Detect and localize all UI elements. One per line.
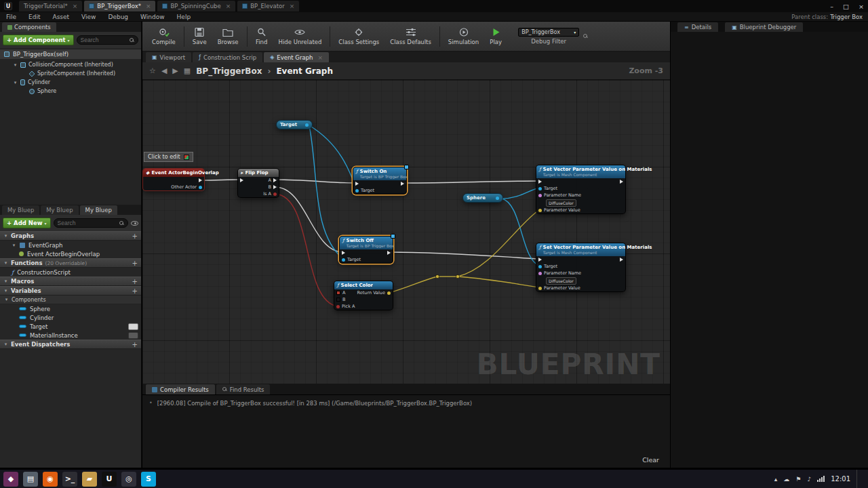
node-select-color[interactable]: ƒSelect ColorAReturn ValueBPick A <box>334 281 393 310</box>
taskbar-icon-skype[interactable]: S <box>141 472 156 487</box>
list-item-constructionscript[interactable]: ƒConstructionScript <box>0 268 141 277</box>
menu-file[interactable]: File <box>0 12 22 22</box>
menu-view[interactable]: View <box>75 12 102 22</box>
comment-node[interactable]: Click to edit <box>144 152 193 162</box>
add-icon[interactable]: + <box>132 278 138 285</box>
node-sphere-get[interactable]: Sphere <box>462 193 503 203</box>
expander-icon[interactable]: ▾ <box>13 62 18 68</box>
exec-pin[interactable] <box>538 258 542 262</box>
window-tab-bp-triggerbox[interactable]: BP_TriggerBox* × <box>84 1 155 12</box>
menu-asset[interactable]: Asset <box>47 12 76 22</box>
menu-help[interactable]: Help <box>171 12 197 22</box>
visibility-filter-icon[interactable] <box>131 221 138 226</box>
component-tree-row[interactable]: SpriteComponent (Inherited) <box>0 69 141 78</box>
tab-details[interactable]: ≡ Details <box>677 22 718 32</box>
tab-viewport[interactable]: ▣ Viewport <box>146 52 191 62</box>
parameter-name-pin[interactable] <box>538 194 542 197</box>
exec-pin[interactable] <box>342 251 345 255</box>
close-icon[interactable]: × <box>290 3 295 9</box>
simulation-button[interactable]: Simulation <box>443 23 484 50</box>
return-value-pin[interactable] <box>387 291 391 295</box>
add-icon[interactable]: + <box>132 341 138 348</box>
close-icon[interactable]: × <box>73 3 78 9</box>
taskbar-icon-firefox[interactable]: ◉ <box>43 472 58 487</box>
section-header-macros[interactable]: ▾Macros+ <box>0 277 141 286</box>
close-icon[interactable]: × <box>317 54 323 61</box>
class-settings-button[interactable]: Class Settings <box>333 23 384 50</box>
section-header-functions[interactable]: ▾Functions(20 Overridable)+ <box>0 258 141 268</box>
browse-button[interactable]: Browse <box>212 23 244 50</box>
other-actor-pin[interactable] <box>199 186 202 189</box>
b-pin[interactable] <box>273 185 277 189</box>
parameter-value-pin[interactable] <box>538 209 542 212</box>
node-switch-off[interactable]: ƒSwitch OffTarget is BP Trigger BoxTarge… <box>339 236 393 264</box>
components-search-input[interactable] <box>81 37 127 43</box>
tab-event-graph[interactable]: ◈ Event Graph × <box>264 52 329 62</box>
target-pin[interactable] <box>538 187 542 190</box>
parameter-value-pin[interactable] <box>538 287 542 290</box>
debug-object-dropdown[interactable]: BP_TriggerBox ▾ <box>518 28 579 37</box>
add-component-button[interactable]: + Add Component ▾ <box>3 35 74 45</box>
maximize-button[interactable]: □ <box>843 3 849 10</box>
category-components[interactable]: ▾Components <box>0 296 141 304</box>
add-new-button[interactable]: + Add New ▾ <box>3 218 51 228</box>
tab-construction-script[interactable]: ƒ Construction Scrip <box>193 52 262 62</box>
cloud-icon[interactable]: ☁ <box>783 476 789 483</box>
close-icon[interactable]: × <box>226 3 231 9</box>
compile-button[interactable]: Compile <box>146 23 181 50</box>
node-set-vector-parameter-1[interactable]: ƒSet Vector Parameter Value on Materials… <box>536 165 626 214</box>
parameter-name-input[interactable]: DiffuseColor <box>546 199 576 207</box>
event-graph-canvas[interactable]: BLUEPRINT TargetSphere◆Event ActorBeginO… <box>142 80 670 384</box>
component-tree-row[interactable]: ▾Cylinder <box>0 78 141 87</box>
exec-pin[interactable] <box>199 178 202 182</box>
menu-window[interactable]: Window <box>134 12 171 22</box>
expander-icon[interactable]: ▾ <box>13 80 18 85</box>
add-icon[interactable]: + <box>132 232 138 240</box>
exec-pin[interactable] <box>240 178 243 182</box>
a-pin[interactable] <box>336 291 340 295</box>
window-tab-bp-spinningcube[interactable]: BP_SpinningCube × <box>157 1 235 12</box>
volume-icon[interactable]: ♪ <box>807 476 811 483</box>
minimize-button[interactable]: – <box>830 3 833 10</box>
pick-a-pin[interactable] <box>336 305 340 308</box>
tab-components[interactable]: Components <box>2 22 56 32</box>
list-item-sphere[interactable]: Sphere <box>0 304 141 313</box>
component-tree-row[interactable]: ▾CollisionComponent (Inherited) <box>0 60 141 69</box>
list-item-eventgraph[interactable]: ▾EventGraph <box>0 241 141 249</box>
components-self-row[interactable]: BP_TriggerBox(self) <box>0 49 141 59</box>
window-tab-bp-elevator[interactable]: BP_Elevator × <box>237 1 299 12</box>
exec-pin[interactable] <box>620 258 623 262</box>
breadcrumb-root[interactable]: BP_TriggerBox <box>196 66 262 76</box>
b-pin[interactable] <box>336 298 340 302</box>
my-blueprint-search-input[interactable] <box>58 220 117 226</box>
is-a-pin[interactable] <box>273 192 277 196</box>
node-event-actor-begin-overlap[interactable]: ◆Event ActorBeginOverlapOther Actor <box>142 168 205 191</box>
tab-my-blueprint-1[interactable]: My Bluep <box>2 205 39 215</box>
visibility-toggle[interactable] <box>128 332 138 339</box>
forward-icon[interactable]: ▶ <box>172 66 178 75</box>
class-defaults-button[interactable]: Class Defaults <box>384 23 437 50</box>
find-button[interactable]: Find <box>250 23 273 50</box>
taskbar-icon-recorder[interactable]: ◎ <box>121 472 136 487</box>
play-button[interactable]: Play <box>484 23 507 50</box>
exec-pin[interactable] <box>401 182 404 186</box>
window-tab-triggertutorial[interactable]: TriggerTutorial* × <box>19 1 82 12</box>
clock[interactable]: 12:01 <box>831 475 850 483</box>
taskbar-icon-terminal[interactable]: >_ <box>62 472 77 487</box>
list-item-materialinstance[interactable]: MaterialInstance <box>0 331 141 340</box>
section-header-variables[interactable]: ▾Variables+ <box>0 286 141 296</box>
close-icon[interactable]: × <box>146 3 151 9</box>
target-pin[interactable] <box>538 265 542 268</box>
exec-pin[interactable] <box>355 182 359 186</box>
hide-unrelated-button[interactable]: Hide Unrelated <box>273 23 328 50</box>
list-item-target[interactable]: Target <box>0 322 141 331</box>
component-tree-row[interactable]: Sphere <box>0 87 141 96</box>
tab-compiler-results[interactable]: Compiler Results <box>146 384 215 394</box>
breadcrumb-current[interactable]: Event Graph <box>276 66 333 76</box>
flag-icon[interactable]: ⚑ <box>795 476 801 483</box>
node-switch-on[interactable]: ƒSwitch OnTarget is BP Trigger BoxTarget <box>353 167 407 195</box>
comment-color-icon[interactable] <box>184 155 189 160</box>
section-header-event-dispatchers[interactable]: ▾Event Dispatchers+ <box>0 340 141 349</box>
save-button[interactable]: Save <box>187 23 212 50</box>
tab-my-blueprint-3[interactable]: My Bluep <box>80 205 117 215</box>
